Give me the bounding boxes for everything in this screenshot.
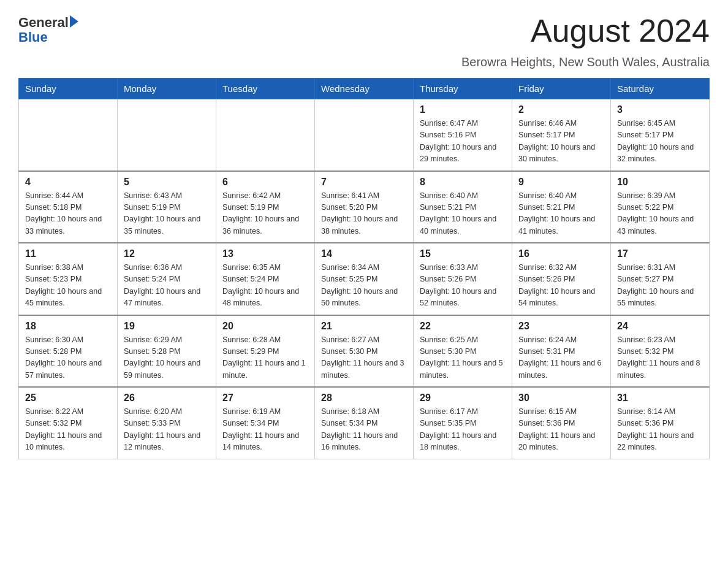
day-info: Sunrise: 6:38 AMSunset: 5:23 PMDaylight:… <box>25 263 102 307</box>
page-header: General Blue August 2024 <box>18 12 710 49</box>
calendar-header-cell: Friday <box>512 79 611 99</box>
calendar-header-cell: Sunday <box>19 79 118 99</box>
day-info: Sunrise: 6:28 AMSunset: 5:29 PMDaylight:… <box>222 335 306 380</box>
calendar-day-cell: 19Sunrise: 6:29 AMSunset: 5:28 PMDayligh… <box>118 315 216 388</box>
day-info: Sunrise: 6:40 AMSunset: 5:21 PMDaylight:… <box>420 191 496 236</box>
day-number: 16 <box>518 248 604 259</box>
day-number: 23 <box>518 321 604 332</box>
day-number: 2 <box>518 104 604 115</box>
day-number: 5 <box>124 177 210 188</box>
day-info: Sunrise: 6:40 AMSunset: 5:21 PMDaylight:… <box>518 191 595 236</box>
day-info: Sunrise: 6:20 AMSunset: 5:33 PMDaylight:… <box>124 407 200 451</box>
day-info: Sunrise: 6:29 AMSunset: 5:28 PMDaylight:… <box>124 335 200 380</box>
day-info: Sunrise: 6:14 AMSunset: 5:36 PMDaylight:… <box>617 407 694 451</box>
day-number: 17 <box>617 248 703 259</box>
calendar-day-cell: 1Sunrise: 6:47 AMSunset: 5:16 PMDaylight… <box>414 99 512 171</box>
calendar-week-row: 4Sunrise: 6:44 AMSunset: 5:18 PMDaylight… <box>19 171 710 243</box>
calendar-header-cell: Saturday <box>611 79 710 99</box>
calendar-day-cell <box>315 99 414 171</box>
logo-text-general: General <box>18 15 69 30</box>
day-number: 29 <box>420 393 506 404</box>
calendar-day-cell: 15Sunrise: 6:33 AMSunset: 5:26 PMDayligh… <box>414 243 512 315</box>
day-info: Sunrise: 6:23 AMSunset: 5:32 PMDaylight:… <box>617 335 700 380</box>
day-info: Sunrise: 6:39 AMSunset: 5:22 PMDaylight:… <box>617 191 694 236</box>
calendar-day-cell: 27Sunrise: 6:19 AMSunset: 5:34 PMDayligh… <box>216 387 315 459</box>
calendar-day-cell: 29Sunrise: 6:17 AMSunset: 5:35 PMDayligh… <box>414 387 512 459</box>
calendar-header-cell: Tuesday <box>216 79 315 99</box>
calendar-day-cell: 7Sunrise: 6:41 AMSunset: 5:20 PMDaylight… <box>315 171 414 243</box>
day-info: Sunrise: 6:15 AMSunset: 5:36 PMDaylight:… <box>518 407 595 451</box>
calendar-day-cell <box>216 99 315 171</box>
day-info: Sunrise: 6:47 AMSunset: 5:16 PMDaylight:… <box>420 119 496 163</box>
day-info: Sunrise: 6:25 AMSunset: 5:30 PMDaylight:… <box>420 335 503 380</box>
calendar-day-cell: 18Sunrise: 6:30 AMSunset: 5:28 PMDayligh… <box>19 315 118 388</box>
calendar-day-cell: 21Sunrise: 6:27 AMSunset: 5:30 PMDayligh… <box>315 315 414 388</box>
day-number: 19 <box>124 321 210 332</box>
day-info: Sunrise: 6:32 AMSunset: 5:26 PMDaylight:… <box>518 263 595 307</box>
day-info: Sunrise: 6:41 AMSunset: 5:20 PMDaylight:… <box>321 191 398 236</box>
day-number: 13 <box>222 248 308 259</box>
day-number: 14 <box>321 248 407 259</box>
day-info: Sunrise: 6:17 AMSunset: 5:35 PMDaylight:… <box>420 407 496 451</box>
calendar-header-row: SundayMondayTuesdayWednesdayThursdayFrid… <box>19 79 710 99</box>
day-info: Sunrise: 6:33 AMSunset: 5:26 PMDaylight:… <box>420 263 496 307</box>
calendar-header-cell: Wednesday <box>315 79 414 99</box>
day-number: 28 <box>321 393 407 404</box>
calendar-day-cell: 10Sunrise: 6:39 AMSunset: 5:22 PMDayligh… <box>611 171 710 243</box>
day-info: Sunrise: 6:24 AMSunset: 5:31 PMDaylight:… <box>518 335 602 380</box>
calendar-body: 1Sunrise: 6:47 AMSunset: 5:16 PMDaylight… <box>19 99 710 459</box>
day-number: 1 <box>420 104 506 115</box>
day-number: 27 <box>222 393 308 404</box>
day-info: Sunrise: 6:35 AMSunset: 5:24 PMDaylight:… <box>222 263 299 307</box>
calendar-day-cell: 16Sunrise: 6:32 AMSunset: 5:26 PMDayligh… <box>512 243 611 315</box>
day-info: Sunrise: 6:36 AMSunset: 5:24 PMDaylight:… <box>124 263 200 307</box>
day-info: Sunrise: 6:22 AMSunset: 5:32 PMDaylight:… <box>25 407 102 451</box>
month-title: August 2024 <box>531 12 710 49</box>
day-info: Sunrise: 6:45 AMSunset: 5:17 PMDaylight:… <box>617 119 694 163</box>
day-number: 6 <box>222 177 308 188</box>
day-number: 9 <box>518 177 604 188</box>
calendar-day-cell: 8Sunrise: 6:40 AMSunset: 5:21 PMDaylight… <box>414 171 512 243</box>
day-number: 31 <box>617 393 703 404</box>
calendar-day-cell: 13Sunrise: 6:35 AMSunset: 5:24 PMDayligh… <box>216 243 315 315</box>
calendar-day-cell: 5Sunrise: 6:43 AMSunset: 5:19 PMDaylight… <box>118 171 216 243</box>
calendar-week-row: 25Sunrise: 6:22 AMSunset: 5:32 PMDayligh… <box>19 387 710 459</box>
calendar-day-cell: 2Sunrise: 6:46 AMSunset: 5:17 PMDaylight… <box>512 99 611 171</box>
day-number: 4 <box>25 177 111 188</box>
calendar-day-cell: 30Sunrise: 6:15 AMSunset: 5:36 PMDayligh… <box>512 387 611 459</box>
day-number: 22 <box>420 321 506 332</box>
day-number: 30 <box>518 393 604 404</box>
day-number: 18 <box>25 321 111 332</box>
calendar-week-row: 18Sunrise: 6:30 AMSunset: 5:28 PMDayligh… <box>19 315 710 388</box>
day-info: Sunrise: 6:44 AMSunset: 5:18 PMDaylight:… <box>25 191 102 236</box>
day-number: 26 <box>124 393 210 404</box>
calendar-day-cell: 9Sunrise: 6:40 AMSunset: 5:21 PMDaylight… <box>512 171 611 243</box>
day-number: 11 <box>25 248 111 259</box>
calendar-day-cell: 11Sunrise: 6:38 AMSunset: 5:23 PMDayligh… <box>19 243 118 315</box>
calendar-day-cell: 4Sunrise: 6:44 AMSunset: 5:18 PMDaylight… <box>19 171 118 243</box>
day-info: Sunrise: 6:18 AMSunset: 5:34 PMDaylight:… <box>321 407 398 451</box>
location-title: Berowra Heights, New South Wales, Austra… <box>18 55 710 69</box>
calendar-week-row: 11Sunrise: 6:38 AMSunset: 5:23 PMDayligh… <box>19 243 710 315</box>
calendar-header-cell: Monday <box>118 79 216 99</box>
calendar-day-cell: 22Sunrise: 6:25 AMSunset: 5:30 PMDayligh… <box>414 315 512 388</box>
day-info: Sunrise: 6:34 AMSunset: 5:25 PMDaylight:… <box>321 263 398 307</box>
day-info: Sunrise: 6:46 AMSunset: 5:17 PMDaylight:… <box>518 119 595 163</box>
calendar-day-cell <box>19 99 118 171</box>
logo-triangle-icon <box>70 15 78 28</box>
day-number: 24 <box>617 321 703 332</box>
calendar-day-cell: 26Sunrise: 6:20 AMSunset: 5:33 PMDayligh… <box>118 387 216 459</box>
calendar-day-cell: 31Sunrise: 6:14 AMSunset: 5:36 PMDayligh… <box>611 387 710 459</box>
day-number: 20 <box>222 321 308 332</box>
calendar-day-cell: 20Sunrise: 6:28 AMSunset: 5:29 PMDayligh… <box>216 315 315 388</box>
day-number: 10 <box>617 177 703 188</box>
day-info: Sunrise: 6:27 AMSunset: 5:30 PMDaylight:… <box>321 335 404 380</box>
calendar-day-cell: 25Sunrise: 6:22 AMSunset: 5:32 PMDayligh… <box>19 387 118 459</box>
day-info: Sunrise: 6:30 AMSunset: 5:28 PMDaylight:… <box>25 335 102 380</box>
day-info: Sunrise: 6:19 AMSunset: 5:34 PMDaylight:… <box>222 407 299 451</box>
day-info: Sunrise: 6:31 AMSunset: 5:27 PMDaylight:… <box>617 263 694 307</box>
day-number: 8 <box>420 177 506 188</box>
day-number: 21 <box>321 321 407 332</box>
day-number: 3 <box>617 104 703 115</box>
calendar-header-cell: Thursday <box>414 79 512 99</box>
